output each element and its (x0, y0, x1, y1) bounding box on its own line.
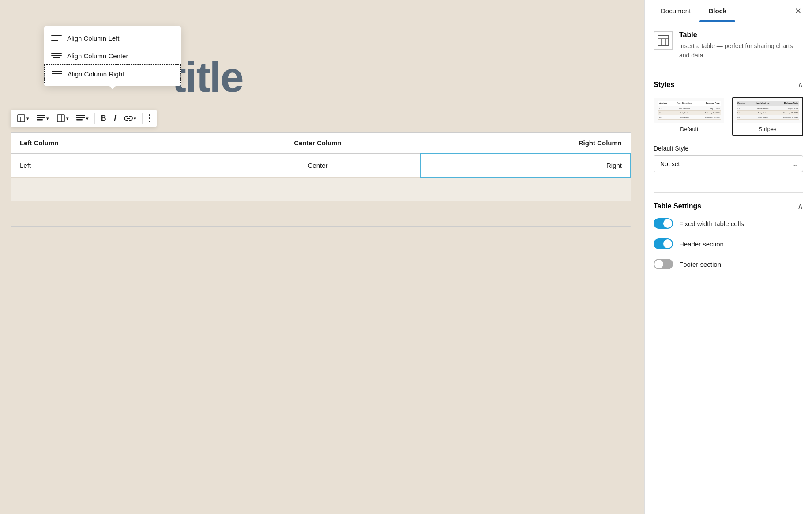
cell-right[interactable]: Right (420, 153, 631, 178)
table-icon (17, 114, 26, 123)
style-select-wrapper: Not set ⌄ (654, 155, 803, 172)
columns-toolbar-button[interactable]: ▾ (53, 111, 72, 125)
styles-collapse-button[interactable]: ∧ (797, 80, 803, 90)
table-settings-collapse-button[interactable]: ∧ (797, 201, 803, 211)
svg-rect-12 (76, 119, 83, 121)
fixed-width-toggle[interactable] (654, 218, 673, 229)
cell-empty-2[interactable] (215, 178, 420, 201)
style-options: Version Jazz Musician Release Date 5.2Ja… (654, 97, 803, 136)
section-divider-2 (654, 183, 803, 183)
cell-empty-1[interactable] (11, 178, 215, 201)
toolbar-divider-2 (142, 113, 143, 124)
table-block: Left Column Center Column Right Column L… (11, 132, 631, 227)
table-btn-chevron: ▾ (26, 116, 29, 121)
footer-section-row: Footer section (654, 259, 803, 269)
table-settings-header: Table Settings ∧ (654, 201, 803, 211)
header-section-row: Header section (654, 238, 803, 249)
footer-section-toggle[interactable] (654, 259, 673, 269)
align-column-toolbar-button[interactable]: ▾ (73, 112, 92, 125)
block-info: Table Insert a table — perfect for shari… (679, 31, 803, 60)
section-divider-1 (654, 71, 803, 71)
svg-rect-11 (76, 117, 85, 118)
cell-empty-3[interactable] (420, 178, 631, 201)
header-right[interactable]: Right Column (420, 133, 631, 153)
default-style-section: Default Style Not set ⌄ (654, 145, 803, 172)
align-center-label: Align Column Center (67, 52, 128, 60)
align-right-icon (52, 69, 62, 78)
table-block-icon (657, 34, 669, 47)
align-col-btn-chevron: ▾ (86, 116, 88, 121)
header-section-toggle[interactable] (654, 238, 673, 249)
align-column-left-item[interactable]: Align Column Left (44, 29, 181, 47)
italic-button[interactable]: I (111, 112, 120, 125)
align-left-icon (51, 34, 62, 42)
sidebar-tabs: Document Block ✕ (645, 0, 812, 22)
fixed-width-row: Fixed width table cells (654, 218, 803, 229)
page-title[interactable]: title (172, 53, 243, 102)
content-table: Left Column Center Column Right Column L… (11, 133, 631, 226)
tab-block[interactable]: Block (699, 0, 735, 22)
svg-rect-13 (658, 35, 669, 46)
header-section-label: Header section (679, 240, 724, 248)
default-style-label: Default Style (654, 145, 803, 152)
columns-btn-chevron: ▾ (66, 116, 68, 121)
svg-rect-6 (37, 119, 43, 121)
block-description: Insert a table — perfect for sharing cha… (679, 42, 803, 60)
more-options-button[interactable] (145, 112, 154, 125)
sidebar: Document Block ✕ Table Insert a table — … (644, 0, 812, 514)
svg-rect-10 (76, 115, 85, 116)
toolbar-divider-1 (94, 113, 95, 124)
sidebar-content: Table Insert a table — perfect for shari… (645, 22, 812, 514)
align-left-toolbar-button[interactable]: ▾ (33, 112, 52, 125)
table-settings-section: Table Settings ∧ Fixed width table cells… (654, 192, 803, 269)
tab-document[interactable]: Document (652, 0, 699, 22)
more-dots-icon (149, 114, 150, 122)
header-left[interactable]: Left Column (11, 133, 215, 153)
footer-section-label: Footer section (679, 261, 721, 268)
header-center[interactable]: Center Column (215, 133, 420, 153)
align-left-label: Align Column Left (67, 34, 119, 42)
block-header: Table Insert a table — perfect for shari… (654, 31, 803, 60)
style-stripes[interactable]: Version Jazz Musician Release Date 5.2Ja… (732, 97, 804, 136)
link-icon (124, 115, 133, 122)
align-lines-icon (37, 115, 45, 122)
columns-icon (56, 114, 65, 123)
style-stripes-label: Stripes (733, 123, 803, 135)
svg-rect-0 (18, 115, 25, 122)
link-button[interactable]: ▾ (120, 112, 139, 125)
table-footer (11, 201, 631, 226)
bold-button[interactable]: B (98, 112, 110, 125)
italic-label: I (114, 114, 116, 122)
fixed-width-label: Fixed width table cells (679, 220, 744, 227)
style-default-label: Default (654, 123, 724, 135)
align-col-icon (76, 115, 85, 122)
style-default-thumbnail: Version Jazz Musician Release Date 5.2Ja… (654, 98, 724, 123)
block-toolbar: ▾ ▾ ▾ ▾ (11, 110, 157, 127)
align-column-dropdown: Align Column Left Align Column Center Al… (44, 26, 181, 86)
table-settings-title: Table Settings (654, 202, 701, 210)
style-default[interactable]: Version Jazz Musician Release Date 5.2Ja… (654, 97, 725, 136)
cell-left[interactable]: Left (11, 153, 215, 178)
align-btn-chevron: ▾ (46, 116, 49, 121)
close-button[interactable]: ✕ (791, 3, 805, 19)
styles-section-header: Styles ∧ (654, 80, 803, 90)
svg-rect-4 (37, 115, 45, 116)
table-toolbar-button[interactable]: ▾ (13, 111, 32, 125)
style-stripes-thumbnail: Version Jazz Musician Release Date 5.2Ja… (733, 98, 803, 123)
svg-rect-5 (37, 117, 45, 118)
cell-center[interactable]: Center (215, 153, 420, 178)
align-right-label: Align Column Right (68, 70, 124, 78)
block-icon (654, 31, 673, 50)
link-btn-chevron: ▾ (134, 116, 136, 121)
styles-title: Styles (654, 81, 674, 89)
block-title: Table (679, 31, 803, 39)
align-column-right-item[interactable]: Align Column Right (44, 64, 181, 83)
editor-area: Align Column Left Align Column Center Al… (0, 0, 644, 514)
align-center-icon (51, 51, 62, 60)
align-column-center-item[interactable]: Align Column Center (44, 47, 181, 64)
bold-label: B (101, 114, 106, 122)
style-select[interactable]: Not set (654, 155, 803, 172)
svg-rect-7 (57, 115, 64, 122)
